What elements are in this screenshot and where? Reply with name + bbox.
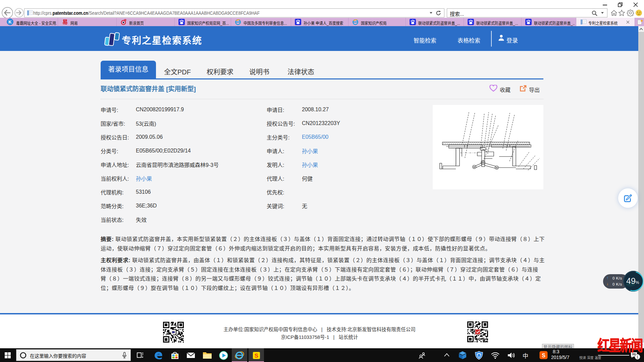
svg-text:S: S: [542, 353, 545, 358]
svg-text:K: K: [8, 19, 12, 24]
svg-text:S: S: [255, 353, 258, 359]
svg-text:易: 易: [62, 19, 68, 25]
